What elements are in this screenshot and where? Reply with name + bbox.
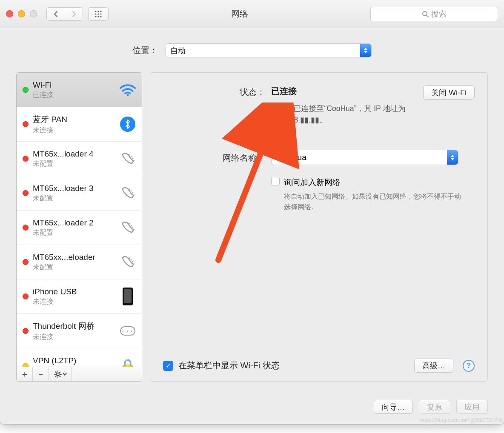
ask-join-description: 将自动加入已知网络。如果没有已知网络，您将不得不手动选择网络。: [284, 191, 463, 213]
grid-icon: [94, 10, 102, 18]
svg-point-4: [97, 13, 99, 14]
sidebar-item-text: Thunderbolt 网桥 未连接: [33, 321, 115, 342]
sidebar-item-name: Thunderbolt 网桥: [33, 321, 115, 332]
sidebar-list: Wi-Fi 已连接: [17, 73, 142, 367]
sidebar-item-sub: 未配置: [33, 228, 115, 237]
ask-join-checkbox[interactable]: [271, 177, 280, 185]
location-value: 自动: [170, 46, 186, 56]
phone-icon: [119, 185, 137, 201]
menubar-checkbox[interactable]: ✓: [163, 361, 173, 371]
help-button[interactable]: ?: [463, 360, 475, 372]
sidebar-item-sub: 未配置: [33, 160, 115, 168]
sidebar-item-modem-2[interactable]: MT65x...loader 2 未配置: [17, 211, 142, 245]
phone-icon: [119, 151, 137, 166]
sidebar-item-text: MT65x...loader 2 未配置: [33, 218, 115, 237]
network-name-label: 网络名称：: [163, 151, 265, 164]
add-button[interactable]: ＋: [17, 367, 33, 381]
traffic-lights: [6, 10, 37, 17]
sidebar-item-bluetooth-pan[interactable]: 蓝牙 PAN 未连接: [17, 107, 142, 142]
status-dot-icon: [23, 87, 29, 93]
chevron-left-icon: [53, 11, 58, 17]
svg-point-18: [129, 223, 130, 225]
titlebar: 网络 搜索: [0, 0, 504, 28]
status-value-wrap: 已连接 “Wi-Fi”已连接至“CooHua”，其 IP 地址为 192.168…: [265, 85, 475, 126]
sidebar-item-sub: 未连接: [33, 297, 115, 306]
svg-point-16: [131, 191, 132, 192]
assist-button[interactable]: 向导…: [374, 400, 413, 414]
sidebar-item-iphone-usb[interactable]: iPhone USB 未连接: [17, 279, 142, 314]
advanced-button[interactable]: 高级…: [414, 359, 453, 373]
sidebar-item-sub: 未配置: [33, 194, 115, 203]
svg-point-20: [132, 227, 134, 228]
svg-line-32: [55, 376, 56, 377]
network-name-select[interactable]: CooHua: [271, 150, 458, 165]
chevron-down-icon: [63, 373, 67, 376]
gear-menu-button[interactable]: [49, 367, 72, 381]
phone-icon: [119, 220, 137, 235]
location-select[interactable]: 自动: [166, 43, 372, 57]
network-name-value-wrap: CooHua: [265, 150, 475, 165]
network-name-row: 网络名称： CooHua: [163, 150, 475, 165]
sidebar-item-name: iPhone USB: [33, 287, 115, 296]
svg-point-6: [95, 16, 96, 17]
status-label: 状态：: [163, 85, 265, 98]
sidebar-item-name: Wi-Fi: [33, 80, 115, 90]
svg-point-12: [129, 154, 130, 156]
sidebar-item-thunderbolt[interactable]: Thunderbolt 网桥 未连接 • • •: [17, 314, 142, 348]
gear-icon: [54, 370, 62, 378]
svg-point-17: [132, 192, 134, 194]
svg-point-13: [131, 156, 132, 157]
sidebar-actions: ＋ －: [17, 367, 142, 381]
svg-point-23: [132, 261, 134, 262]
maximize-icon[interactable]: [30, 10, 37, 17]
sidebar-item-vpn[interactable]: VPN (L2TP) 未连接 🔒: [17, 348, 142, 367]
nav-segmented: [46, 7, 83, 21]
svg-point-3: [95, 13, 96, 14]
svg-point-19: [131, 225, 132, 226]
svg-point-1: [97, 11, 99, 12]
sidebar-item-name: 蓝牙 PAN: [33, 114, 115, 125]
minimize-icon[interactable]: [18, 10, 25, 17]
window: 网络 搜索 位置： 自动 Wi-Fi 已连接: [0, 0, 504, 424]
status-dot-icon: [23, 156, 29, 162]
network-name-value: CooHua: [277, 153, 306, 162]
menubar-label: 在菜单栏中显示 Wi-Fi 状态: [178, 360, 280, 371]
wifi-off-button[interactable]: 关闭 Wi-Fi: [423, 85, 475, 100]
sidebar-item-text: VPN (L2TP) 未连接: [33, 356, 115, 367]
svg-line-10: [427, 15, 428, 17]
remove-button[interactable]: －: [33, 367, 49, 381]
svg-point-2: [100, 11, 101, 12]
search-input[interactable]: 搜索: [370, 7, 498, 21]
sidebar-item-name: MT65x...loader 2: [33, 218, 115, 228]
forward-button[interactable]: [65, 8, 83, 20]
sidebar-item-wifi[interactable]: Wi-Fi 已连接: [17, 73, 142, 107]
sidebar-item-sub: 未连接: [33, 333, 115, 342]
sidebar-item-modem-3[interactable]: MT65x...loader 3 未配置: [17, 176, 142, 211]
detail-pane: 状态： 已连接 “Wi-Fi”已连接至“CooHua”，其 IP 地址为 192…: [150, 72, 488, 382]
sidebar-item-name: MT65x...loader 4: [33, 149, 115, 159]
status-row: 状态： 已连接 “Wi-Fi”已连接至“CooHua”，其 IP 地址为 192…: [163, 85, 475, 126]
svg-point-7: [97, 16, 99, 17]
svg-point-14: [132, 158, 134, 159]
svg-point-24: [56, 373, 59, 375]
close-icon[interactable]: [6, 10, 13, 17]
status-dot-icon: [23, 293, 29, 299]
status-desc-line-1: “Wi-Fi”已连接至“CooHua”，其 IP 地址为: [271, 104, 406, 113]
revert-button[interactable]: 复原: [419, 400, 450, 414]
sidebar-item-text: Wi-Fi 已连接: [33, 80, 115, 100]
sidebar-item-sub: 已连接: [33, 91, 115, 100]
watermark: https://blog.csdn.net/ @51CTO博客: [420, 417, 503, 424]
status-dot-icon: [23, 225, 29, 231]
sidebar-item-name: VPN (L2TP): [33, 356, 115, 365]
search-placeholder: 搜索: [431, 9, 447, 19]
sidebar-item-sub: 未配置: [33, 263, 115, 272]
svg-line-29: [55, 372, 56, 373]
iphone-icon: [119, 288, 137, 305]
sidebar-item-modem-4[interactable]: MT65x...loader 4 未配置: [17, 142, 142, 176]
window-bottom-buttons: 向导… 复原 应用: [374, 400, 488, 414]
show-all-button[interactable]: [88, 7, 109, 21]
back-button[interactable]: [47, 8, 65, 20]
content-area: 位置： 自动 Wi-Fi 已连接: [0, 28, 504, 424]
apply-button[interactable]: 应用: [456, 400, 488, 414]
sidebar-item-modem-1[interactable]: MT65xx...eloader 未配置: [17, 245, 142, 279]
